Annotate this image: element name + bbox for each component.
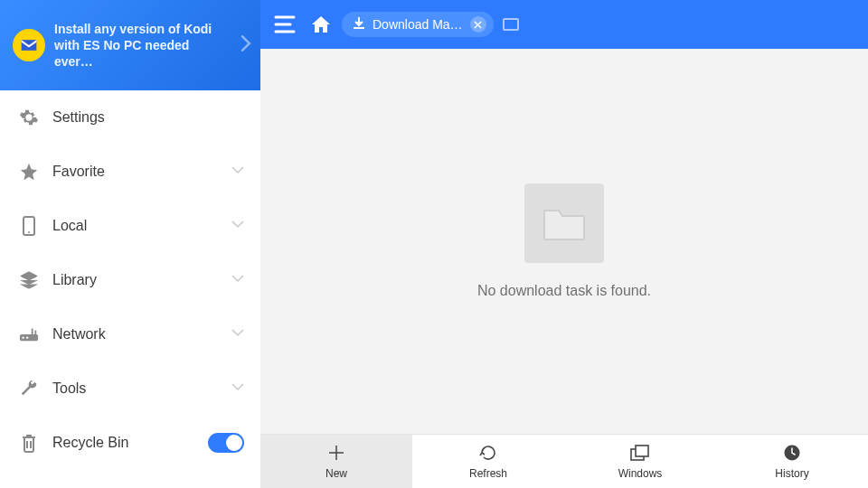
chevron-down-icon: [231, 164, 244, 180]
promo-text: Install any version of Kodi with ES No P…: [54, 21, 226, 70]
bottom-item-history[interactable]: History: [716, 435, 868, 488]
sidebar-item-local[interactable]: Local: [0, 199, 260, 253]
bottom-item-new[interactable]: New: [260, 435, 412, 488]
home-button[interactable]: [309, 13, 333, 36]
recycle-bin-toggle[interactable]: [208, 433, 244, 453]
chevron-down-icon: [231, 326, 244, 343]
sidebar-item-label: Favorite: [52, 164, 231, 180]
sidebar: Install any version of Kodi with ES No P…: [0, 0, 260, 488]
plus-icon: [327, 443, 345, 463]
sidebar-item-favorite[interactable]: Favorite: [0, 145, 260, 199]
main-panel: Download Ma… No download task is found. …: [260, 0, 868, 488]
chevron-down-icon: [231, 218, 244, 234]
clock-icon: [783, 443, 801, 463]
wrench-icon: [16, 379, 42, 399]
layers-icon: [16, 270, 42, 290]
phone-icon: [16, 216, 42, 236]
tab-download-manager[interactable]: Download Ma…: [342, 12, 494, 37]
topbar: Download Ma…: [260, 0, 868, 49]
sidebar-menu: Settings Favorite Local Library: [0, 90, 260, 488]
svg-point-3: [22, 336, 24, 338]
empty-message: No download task is found.: [477, 283, 651, 299]
bottom-item-refresh[interactable]: Refresh: [412, 435, 564, 488]
svg-point-4: [26, 336, 28, 338]
sidebar-item-label: Local: [52, 218, 231, 234]
sidebar-item-network[interactable]: Network: [0, 307, 260, 361]
svg-rect-6: [636, 446, 648, 456]
bottom-item-label: New: [326, 467, 347, 480]
sidebar-item-tools[interactable]: Tools: [0, 361, 260, 416]
sidebar-item-label: Library: [52, 272, 231, 288]
chevron-right-icon: [241, 35, 251, 55]
sidebar-item-library[interactable]: Library: [0, 253, 260, 307]
bottom-item-label: History: [775, 467, 808, 480]
menu-button[interactable]: [269, 9, 300, 40]
empty-folder-icon: [524, 183, 604, 263]
bottom-item-windows[interactable]: Windows: [564, 435, 716, 488]
mail-icon: [13, 29, 45, 61]
sidebar-item-label: Recycle Bin: [52, 435, 208, 451]
download-icon: [353, 17, 365, 33]
sidebar-item-label: Tools: [52, 380, 231, 397]
svg-point-1: [28, 231, 30, 233]
sidebar-item-label: Settings: [52, 109, 244, 126]
content-area: No download task is found.: [260, 49, 868, 434]
gear-icon: [16, 108, 42, 127]
promo-banner[interactable]: Install any version of Kodi with ES No P…: [0, 0, 260, 90]
trash-icon: [16, 433, 42, 453]
sidebar-item-recycle-bin[interactable]: Recycle Bin: [0, 416, 260, 470]
bottom-item-label: Refresh: [469, 467, 507, 480]
tab-label: Download Ma…: [373, 17, 463, 32]
tab-close-button[interactable]: [470, 16, 486, 33]
refresh-icon: [479, 443, 497, 463]
sidebar-item-settings[interactable]: Settings: [0, 90, 260, 145]
sidebar-item-label: Network: [52, 326, 231, 343]
chevron-down-icon: [231, 272, 244, 288]
windows-icon: [630, 443, 650, 463]
window-indicator-icon[interactable]: [503, 18, 519, 31]
chevron-down-icon: [231, 380, 244, 397]
bottom-bar: New Refresh Windows History: [260, 434, 868, 488]
star-icon: [16, 162, 42, 182]
router-icon: [16, 326, 42, 343]
bottom-item-label: Windows: [618, 467, 663, 480]
